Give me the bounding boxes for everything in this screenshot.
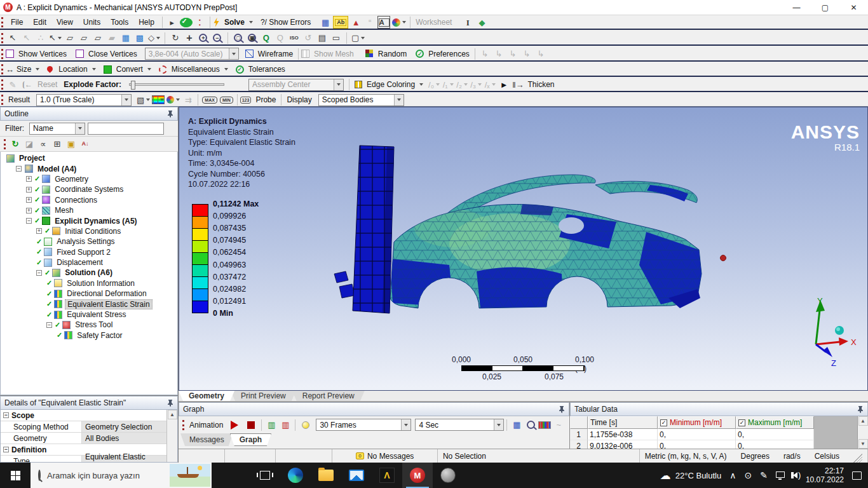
expand-all-icon[interactable]: ⊞ [51, 138, 64, 151]
hidden-icons-chevron[interactable]: ∧ [729, 470, 736, 480]
menu-units[interactable]: Units [78, 17, 105, 28]
contours-display-icon[interactable] [152, 95, 165, 104]
weather-widget[interactable]: ☁22°C Bulutlu [660, 469, 721, 482]
tree-item-solution-a6-[interactable]: −✓Solution (A6) [1, 268, 177, 278]
auto-scale-combo[interactable]: 3,8e-004 (Auto Scale) [145, 48, 239, 60]
assembly-center-combo[interactable]: Assembly Center [248, 79, 344, 91]
tree-item-equivalent-elastic-strain[interactable]: ✓Equivalent Elastic Strain [1, 299, 177, 309]
new-figure-icon[interactable] [391, 16, 407, 29]
tree-expander[interactable]: + [26, 176, 32, 182]
select-vertex-box-icon[interactable]: ▱ [64, 32, 76, 44]
scroll-up-button[interactable]: ▲ [858, 416, 868, 426]
minimum-column-header[interactable]: ✓Minimum [m/m] [658, 416, 736, 429]
zoom-to-fit-icon[interactable]: ▣ [246, 32, 259, 44]
tree-expander[interactable]: + [36, 228, 42, 234]
frames-combo[interactable]: 30 Frames [316, 419, 411, 431]
show-vertices-button[interactable]: Show Vertices [18, 50, 67, 58]
play-icon[interactable] [231, 421, 238, 430]
magnifier-green-icon[interactable]: Q [260, 32, 273, 44]
maximum-checkbox[interactable]: ✓ [738, 419, 745, 426]
result-set-bars-red-icon[interactable]: ▥ [279, 419, 292, 431]
show-connections-icon[interactable]: ∝ [37, 138, 50, 151]
explode-factor-slider[interactable] [129, 83, 224, 86]
refresh-tree-icon[interactable]: ↻ [9, 138, 22, 151]
stop-icon[interactable] [247, 421, 255, 429]
network-icon[interactable] [776, 471, 785, 478]
tab-graph[interactable]: Graph [230, 433, 271, 446]
thicken-button[interactable]: Thicken [528, 80, 555, 89]
taskbar-clock[interactable]: 22:17 10.07.2022 [806, 466, 844, 484]
taskbar-search[interactable]: Aramak için buraya yazın [31, 463, 212, 488]
wireframe-button[interactable]: Wireframe [258, 50, 293, 58]
bulb-icon[interactable] [302, 421, 309, 429]
graphics-viewport[interactable]: A: Explicit Dynamics Equivalent Elastic … [179, 107, 868, 391]
select-mode-icon[interactable]: ↖ [48, 32, 62, 44]
result-scale-dropdown[interactable] [121, 95, 131, 105]
tree-item-explicit-dynamics-a5-[interactable]: −✓Explicit Dynamics (A5) [1, 215, 177, 226]
filter-combo[interactable]: Name [29, 123, 85, 135]
tree-item-equivalent-stress[interactable]: ✓Equivalent Stress [1, 309, 177, 320]
tree-expander[interactable]: − [46, 322, 52, 328]
tag-icon[interactable]: ◆ [475, 16, 488, 29]
annotation-label-icon[interactable]: Ab [333, 16, 348, 29]
minimum-checkbox[interactable]: ✓ [660, 419, 667, 426]
min-annotation-button[interactable]: MIN [220, 97, 233, 104]
wizard-icon[interactable]: ▸ [166, 16, 179, 29]
search-daily-image[interactable] [170, 464, 210, 487]
export-video-icon[interactable]: ▦ [510, 419, 523, 431]
max-annotation-button[interactable]: MAX [202, 97, 217, 104]
pick-mode-icon[interactable]: ↖ [6, 32, 19, 44]
tab-print-preview[interactable]: Print Preview [231, 391, 296, 401]
menu-view[interactable]: View [51, 17, 78, 28]
pin-icon[interactable] [857, 405, 864, 413]
location-button[interactable]: Location [58, 65, 87, 74]
details-row-scoping-method[interactable]: Scoping MethodGeometry Selection [1, 421, 166, 433]
tree-item-directional-deformation[interactable]: ✓Directional Deformation [1, 288, 177, 299]
result-set-bars-green-icon[interactable]: ▥ [265, 419, 278, 431]
scroll-down-button[interactable]: ▼ [858, 439, 868, 449]
duration-dropdown[interactable] [494, 419, 503, 430]
smoothing-display-icon[interactable] [166, 93, 180, 106]
menu-tools[interactable]: Tools [105, 17, 133, 28]
solver-app-button[interactable] [433, 463, 463, 488]
rgb-columns-icon[interactable] [538, 421, 551, 429]
close-button[interactable]: ✕ [839, 0, 868, 15]
tree-item-project[interactable]: Project [1, 153, 177, 163]
details-section-scope[interactable]: −Scope [1, 410, 166, 421]
solve-dropdown-arrow[interactable] [249, 21, 253, 24]
tree-item-safety-factor[interactable]: ✓Safety Factor [1, 330, 177, 341]
filter-search-input[interactable] [88, 123, 164, 135]
tree-item-stress-tool[interactable]: −✓Stress Tool [1, 320, 177, 330]
geometry-display-icon[interactable]: ▧ [136, 93, 151, 106]
solve-button[interactable]: Solve [224, 18, 245, 27]
pen-icon[interactable]: ✎ [760, 470, 768, 480]
pan-icon[interactable]: + [183, 32, 196, 44]
menu-help[interactable]: Help [133, 17, 159, 28]
select-edge-box-icon[interactable]: ▱ [78, 32, 90, 44]
tree-item-fixed-support-2[interactable]: ✓Fixed Support 2 [1, 247, 177, 257]
tree-item-coordinate-systems[interactable]: +✓Coordinate Systems [1, 184, 177, 194]
tree-expander[interactable]: + [26, 187, 32, 193]
tree-item-mesh[interactable]: +✓Mesh [1, 205, 177, 215]
clear-generated-data-icon[interactable]: ◪ [23, 138, 36, 151]
details-row-geometry[interactable]: GeometryAll Bodies [1, 433, 166, 444]
zoom-out-icon[interactable]: − [211, 32, 224, 44]
section-plane-icon[interactable]: ▦ [319, 16, 332, 29]
tolerances-button[interactable]: Tolerances [248, 65, 285, 74]
tree-expander[interactable]: + [26, 208, 32, 214]
auto-scale-dropdown[interactable] [229, 48, 238, 59]
time-column-header[interactable]: Time [s] [588, 416, 658, 429]
convert-button[interactable]: Convert [116, 65, 143, 74]
pin-icon[interactable] [559, 405, 565, 413]
ruler-icon[interactable]: ▭ [330, 32, 342, 44]
edge-coloring-button[interactable]: Edge Coloring [367, 80, 415, 89]
display-dropdown[interactable] [394, 95, 403, 105]
sort-az-icon[interactable]: A↓ [79, 138, 92, 151]
mail-button[interactable] [341, 463, 372, 488]
tree-expander[interactable]: − [36, 270, 42, 276]
frames-dropdown[interactable] [401, 419, 410, 430]
box-zoom-icon[interactable]: □ [232, 32, 245, 44]
ansys-workbench-button[interactable]: Λ [372, 463, 402, 488]
select-mesh-node-icon[interactable]: ▦ [119, 32, 132, 44]
details-row-type[interactable]: TypeEquivalent Elastic Strain [1, 456, 166, 462]
